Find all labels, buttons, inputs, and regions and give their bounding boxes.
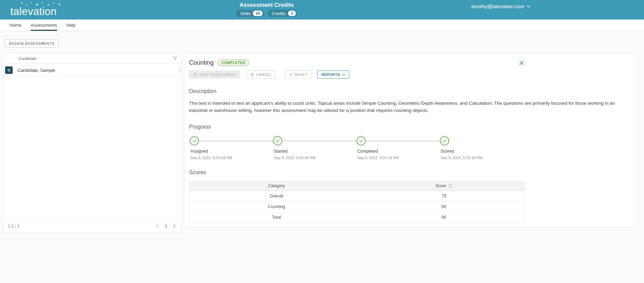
step-timestamp: Sep 9, 2022, 5:05:46 PM — [273, 156, 357, 160]
progress-step-started: Started Sep 9, 2022, 5:05:46 PM — [273, 136, 357, 160]
score-category: Total — [189, 212, 364, 222]
chevron-down-icon — [342, 74, 345, 76]
candidate-name: Candidate, Sample — [17, 68, 55, 73]
chevron-down-icon — [526, 5, 531, 8]
progress-step-scored: Scored Sep 9, 2022, 5:20:18 PM — [440, 136, 482, 160]
pagination-range: 1-1 / 1 — [8, 224, 19, 229]
candidates-list-empty-area — [3, 77, 181, 219]
check-circle-icon — [440, 136, 449, 145]
score-row-counting: Counting 90 — [189, 201, 525, 212]
panel-collapse-handle[interactable] — [179, 68, 181, 72]
score-value: 79 — [364, 191, 525, 201]
reset-label: RESET — [295, 73, 308, 77]
category-column-header: Category — [189, 181, 364, 191]
double-chevron-left-icon — [7, 68, 11, 72]
chevron-left-icon — [156, 224, 159, 228]
tab-home[interactable]: Home — [10, 20, 22, 31]
reports-button[interactable]: REPORTS — [317, 70, 349, 79]
page-content: ASSIGN ASSESSMENTS Candidate Cand — [0, 31, 644, 233]
pager-next-button[interactable] — [172, 223, 176, 229]
step-label: Started — [273, 149, 357, 154]
score-column-header: Score — [364, 181, 525, 191]
panels-container: Candidate Candidate, Sample — [3, 53, 639, 233]
header-inner: talevation Assessment Credits Skills 20 … — [0, 0, 533, 20]
scores-table-header-row: Category Score — [189, 181, 525, 191]
score-category: Counting — [189, 201, 364, 212]
take-assessment-label: TAKE ASSESSMENT — [199, 73, 236, 77]
candidates-pagination: 1-1 / 1 1 — [3, 219, 181, 233]
skills-pill[interactable]: Skills 20 — [236, 10, 264, 17]
close-icon — [519, 61, 524, 65]
app-logo[interactable]: talevation — [10, 2, 57, 18]
progress-tracker: Assigned Sep 9, 2022, 5:03:44 PM Started… — [189, 136, 633, 160]
progress-connector — [199, 141, 273, 141]
credits-count-badge: 3 — [288, 11, 296, 16]
credits-pill-label: Credits — [272, 11, 286, 16]
detail-title-row: Counting COMPLETED — [189, 59, 633, 66]
progress-connector — [366, 141, 440, 141]
app-window: talevation Assessment Credits Skills 20 … — [0, 0, 644, 283]
app-header: talevation Assessment Credits Skills 20 … — [0, 0, 644, 20]
filter-icon[interactable] — [173, 56, 177, 61]
reset-button[interactable]: RESET — [285, 70, 312, 79]
take-assessment-icon — [193, 73, 197, 77]
score-category: Overall — [189, 191, 364, 201]
scores-heading: Scores — [189, 169, 633, 176]
candidates-panel: Candidate Candidate, Sample — [3, 53, 182, 233]
reports-label: REPORTS — [321, 73, 340, 77]
logo-text: talevation — [10, 5, 57, 18]
cancel-button[interactable]: CANCEL — [246, 70, 276, 79]
take-assessment-button[interactable]: TAKE ASSESSMENT — [189, 70, 240, 79]
info-icon[interactable] — [448, 184, 453, 188]
progress-heading: Progress — [189, 124, 633, 130]
assessment-title: Counting — [189, 59, 214, 66]
progress-step-completed: Completed Sep 9, 2022, 5:20:18 PM — [357, 136, 440, 160]
trash-icon — [251, 73, 254, 77]
status-badge: COMPLETED — [218, 60, 249, 66]
cancel-label: CANCEL — [256, 73, 272, 77]
assign-assessments-button[interactable]: ASSIGN ASSESSMENTS — [5, 39, 58, 48]
candidate-row[interactable]: Candidate, Sample — [3, 64, 181, 77]
description-heading: Description — [189, 88, 633, 94]
check-circle-icon — [273, 136, 282, 145]
step-timestamp: Sep 9, 2022, 5:20:18 PM — [440, 156, 482, 160]
pager-prev-button[interactable] — [156, 223, 160, 229]
assessment-detail-panel: Counting COMPLETED TAKE ASSESSMENT — [184, 53, 639, 227]
candidate-column-header: Candidate — [18, 56, 36, 61]
collapse-panel-button[interactable] — [5, 66, 13, 74]
description-text: This test is intended to test an applica… — [189, 100, 633, 114]
score-value: 90 — [364, 201, 525, 212]
score-row-total: Total 90 — [189, 212, 525, 222]
scores-table: Category Score — [189, 181, 525, 223]
check-circle-icon — [357, 136, 366, 145]
reset-icon — [289, 73, 293, 77]
tab-help[interactable]: Help — [66, 20, 76, 31]
step-label: Scored — [440, 149, 482, 154]
score-value: 90 — [364, 212, 525, 222]
progress-step-assigned: Assigned Sep 9, 2022, 5:03:44 PM — [190, 136, 273, 160]
skills-count-badge: 20 — [253, 11, 263, 16]
current-page-number: 1 — [165, 224, 167, 229]
progress-connector — [282, 141, 357, 141]
check-circle-icon — [190, 136, 199, 145]
score-header-label: Score — [435, 183, 446, 188]
chevron-right-icon — [173, 224, 176, 228]
credit-pills: Skills 20 Credits 3 — [236, 10, 297, 17]
close-detail-button[interactable] — [519, 60, 525, 66]
skills-pill-label: Skills — [240, 11, 251, 16]
page-title: Assessment Credits — [236, 2, 297, 8]
tab-assessments[interactable]: Assessments — [31, 20, 57, 31]
step-timestamp: Sep 9, 2022, 5:03:44 PM — [190, 156, 273, 160]
step-label: Completed — [357, 149, 440, 154]
score-row-overall: Overall 79 — [189, 191, 525, 201]
credits-pill[interactable]: Credits 3 — [268, 10, 297, 17]
detail-actions: TAKE ASSESSMENT CANCEL RESET — [189, 70, 633, 79]
main-nav: Home Assessments Help — [0, 20, 644, 31]
pager-controls: 1 — [156, 223, 176, 229]
user-menu[interactable]: timothy@talevation.com — [471, 4, 531, 9]
header-center: Assessment Credits Skills 20 Credits 3 — [236, 2, 297, 17]
step-label: Assigned — [190, 149, 273, 154]
candidates-grid-header: Candidate — [3, 53, 181, 64]
user-email: timothy@talevation.com — [471, 4, 524, 9]
step-timestamp: Sep 9, 2022, 5:20:18 PM — [357, 156, 440, 160]
